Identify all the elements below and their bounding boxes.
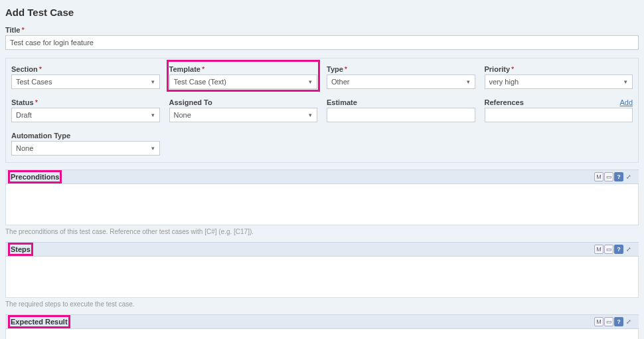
section-label: Section <box>11 65 38 73</box>
expand-icon[interactable]: ⤢ <box>624 172 633 181</box>
preconditions-title: Preconditions <box>11 173 59 181</box>
help-icon[interactable]: ? <box>614 245 623 254</box>
markdown-icon[interactable]: M <box>594 245 604 254</box>
estimate-label: Estimate <box>327 98 357 106</box>
preconditions-header: Preconditions M ▭ ? ⤢ <box>5 170 639 184</box>
steps-header: Steps M ▭ ? ⤢ <box>5 242 639 257</box>
type-label: Type <box>327 65 343 73</box>
steps-title: Steps <box>11 245 31 253</box>
priority-label: Priority <box>485 65 511 73</box>
image-icon[interactable]: ▭ <box>604 245 613 254</box>
template-label: Template <box>169 65 201 73</box>
references-add-link[interactable]: Add <box>619 98 633 106</box>
steps-toolbar: M ▭ ? ⤢ <box>594 245 633 254</box>
required-mark: * <box>511 65 514 73</box>
markdown-icon[interactable]: M <box>594 317 604 326</box>
expected-header: Expected Result M ▭ ? ⤢ <box>5 314 639 329</box>
estimate-input[interactable] <box>327 108 475 122</box>
priority-select[interactable] <box>485 74 633 89</box>
title-input[interactable] <box>5 35 639 50</box>
page-title: Add Test Case <box>0 0 644 23</box>
assignedto-select[interactable] <box>169 108 318 122</box>
required-mark: * <box>345 65 347 73</box>
preconditions-hint: The preconditions of this test case. Ref… <box>0 225 644 235</box>
steps-textarea[interactable] <box>5 257 639 298</box>
fields-panel: Section* ▾ Template* ▾ Type* ▾ Priority* <box>5 58 639 163</box>
preconditions-textarea[interactable] <box>5 184 639 225</box>
references-input[interactable] <box>485 108 633 122</box>
template-select[interactable] <box>169 74 318 89</box>
expected-toolbar: M ▭ ? ⤢ <box>594 317 633 326</box>
references-label: References <box>485 98 524 106</box>
image-icon[interactable]: ▭ <box>604 317 613 326</box>
section-select[interactable] <box>11 74 160 89</box>
required-mark: * <box>39 65 42 73</box>
image-icon[interactable]: ▭ <box>604 172 613 181</box>
preconditions-toolbar: M ▭ ? ⤢ <box>594 172 633 181</box>
type-select[interactable] <box>327 74 475 89</box>
steps-hint: The required steps to execute the test c… <box>0 298 644 308</box>
required-mark: * <box>35 98 38 106</box>
assignedto-label: Assigned To <box>169 98 212 106</box>
help-icon[interactable]: ? <box>614 317 623 326</box>
status-label: Status <box>11 98 34 106</box>
markdown-icon[interactable]: M <box>594 172 604 181</box>
status-select[interactable] <box>11 108 160 122</box>
expected-textarea[interactable] <box>5 329 639 339</box>
automationtype-label: Automation Type <box>11 132 70 140</box>
expand-icon[interactable]: ⤢ <box>624 245 633 254</box>
help-icon[interactable]: ? <box>614 172 623 181</box>
automationtype-select[interactable] <box>11 141 160 156</box>
expected-title: Expected Result <box>11 318 68 326</box>
expand-icon[interactable]: ⤢ <box>624 317 633 326</box>
title-label: Title <box>5 26 20 34</box>
required-mark: * <box>21 26 24 34</box>
required-mark: * <box>202 65 204 73</box>
